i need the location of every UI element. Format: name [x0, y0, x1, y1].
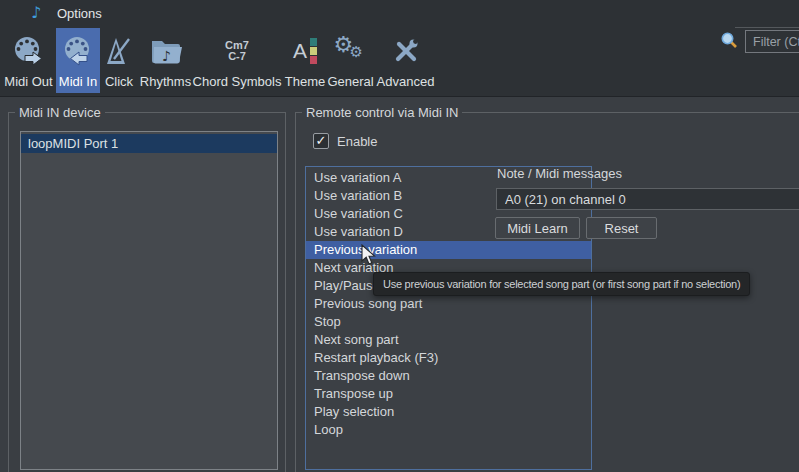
note-message-input[interactable] — [496, 188, 799, 210]
enable-checkbox[interactable]: ✓ — [313, 133, 329, 149]
device-list: loopMIDI Port 1 — [20, 131, 278, 470]
metronome-icon — [101, 28, 137, 73]
tab-label: Theme — [285, 73, 325, 90]
gears-icon: ⚙ ⚙ — [326, 28, 375, 73]
tab-general[interactable]: ⚙ ⚙ General — [326, 28, 375, 93]
chord-line-2: C-7 — [225, 51, 249, 62]
theme-icon: A — [284, 28, 326, 73]
tab-label: Rhythms — [140, 73, 191, 90]
action-item[interactable]: Play selection — [306, 403, 591, 421]
midi-learn-button[interactable]: Midi Learn — [495, 217, 580, 239]
tab-midi-out[interactable]: Midi Out — [2, 28, 55, 93]
window-header: ♪ Options Midi Out — [0, 0, 799, 97]
tab-label: Midi Out — [4, 73, 52, 90]
action-item[interactable]: Loop — [306, 421, 591, 439]
checkmark-icon: ✓ — [316, 133, 327, 148]
action-item[interactable]: Transpose down — [306, 367, 591, 385]
theme-color-swatches — [310, 38, 317, 64]
action-item[interactable]: Previous variation — [306, 241, 591, 259]
filter-input[interactable] — [745, 30, 799, 53]
action-item[interactable]: Transpose up — [306, 385, 591, 403]
action-item[interactable]: Restart playback (F3) — [306, 349, 591, 367]
action-item[interactable]: Next song part — [306, 331, 591, 349]
tab-theme[interactable]: A Theme — [284, 28, 326, 93]
tab-advanced[interactable]: Advanced — [376, 28, 435, 93]
action-item[interactable]: Stop — [306, 313, 591, 331]
tab-click[interactable]: Click — [101, 28, 137, 93]
window-title: Options — [57, 6, 102, 21]
tab-label: Advanced — [377, 73, 435, 90]
tooltip: Use previous variation for selected song… — [373, 272, 750, 296]
tab-rhythms[interactable]: ♪ Rhythms — [138, 28, 193, 93]
tab-midi-in[interactable]: Midi In — [56, 28, 100, 93]
rhythms-folder-icon: ♪ — [138, 28, 193, 73]
search-icon — [720, 31, 738, 53]
music-note-icon: ♪ — [31, 3, 41, 22]
midi-out-icon — [2, 28, 55, 73]
enable-row: ✓ Enable — [313, 133, 377, 149]
svg-text:♪: ♪ — [162, 48, 171, 64]
options-window: ♪ Options Midi Out — [0, 0, 799, 472]
tab-label: General — [327, 73, 373, 90]
device-item[interactable]: loopMIDI Port 1 — [21, 134, 277, 153]
filter-divider — [735, 27, 799, 28]
note-messages-label: Note / Midi messages — [497, 166, 622, 181]
midi-in-icon — [56, 28, 100, 73]
chord-line-1: Cm7 — [225, 40, 249, 51]
groupbox-title: Midi IN device — [15, 105, 105, 120]
titlebar: ♪ Options — [0, 0, 799, 26]
tab-label: Midi In — [59, 73, 97, 90]
reset-button[interactable]: Reset — [586, 217, 657, 239]
action-item[interactable]: Previous song part — [306, 295, 591, 313]
theme-letter-a: A — [293, 40, 307, 61]
tab-label: Chord Symbols — [193, 73, 282, 90]
tab-chord-symbols[interactable]: Cm7 C-7 Chord Symbols — [192, 28, 282, 93]
groupbox-title: Remote control via Midi IN — [302, 105, 462, 120]
enable-label: Enable — [337, 134, 377, 149]
tab-label: Click — [105, 73, 133, 90]
chord-symbols-icon: Cm7 C-7 — [192, 28, 282, 73]
tools-icon — [376, 28, 435, 73]
mouse-cursor-icon — [361, 244, 377, 270]
action-list: Use variation AUse variation BUse variat… — [305, 166, 592, 470]
